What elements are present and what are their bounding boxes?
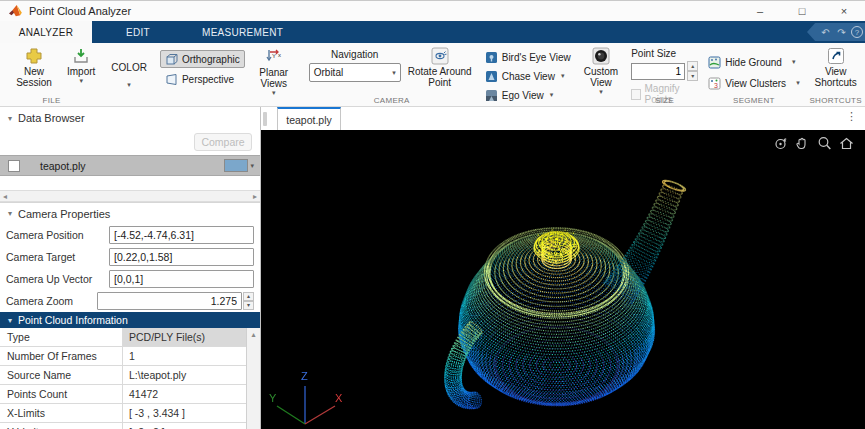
camera-target-row: Camera Target: [0, 246, 260, 268]
horizontal-scrollbar[interactable]: ◂ ▸: [0, 190, 260, 202]
item-checkbox[interactable]: [8, 160, 20, 172]
viewport-tab-teapot[interactable]: teapot.ply: [277, 107, 341, 130]
size-section-label: SIZE: [626, 96, 703, 105]
camera-target-input[interactable]: [109, 248, 254, 266]
table-row: Source Name L:\teapot.ply: [0, 366, 246, 385]
navigation-label: Navigation: [331, 49, 378, 60]
camera-zoom-input[interactable]: [97, 292, 242, 310]
view-clusters-icon: 3: [708, 77, 721, 90]
scroll-up-arrow-icon[interactable]: ▴: [251, 330, 255, 339]
panel-splitter-handle[interactable]: [263, 112, 267, 126]
file-section-label: FILE: [0, 96, 103, 105]
view-clusters-caret[interactable]: ▾: [796, 80, 800, 86]
chase-view-caret[interactable]: ▾: [561, 73, 565, 79]
tab-edit[interactable]: EDIT: [92, 21, 184, 43]
import-dropdown-caret[interactable]: ▾: [79, 78, 83, 84]
collapse-arrow-icon: ▾: [8, 316, 12, 325]
maximize-button[interactable]: □: [781, 1, 823, 21]
navigation-select[interactable]: Orbital ▾: [309, 63, 401, 82]
item-filename: teapot.ply: [40, 160, 86, 172]
hide-ground-button[interactable]: Hide Ground ▾: [708, 54, 799, 70]
minimize-button[interactable]: –: [739, 1, 781, 21]
tab-measurement[interactable]: MEASUREMENT: [184, 21, 301, 43]
point-cloud-canvas-area[interactable]: Z Y X: [261, 130, 865, 429]
import-button[interactable]: Import ▾: [64, 46, 98, 85]
vertical-scrollbar[interactable]: ▴ ▾: [246, 328, 260, 429]
camera-group: Navigation Orbital ▾ Rotate Around Point…: [304, 43, 480, 106]
camera-zoom-up-button[interactable]: ▴: [243, 292, 254, 301]
axes-triad: Z Y X: [265, 360, 347, 429]
point-size-spinner: ▴ ▾: [631, 61, 698, 81]
swatch-caret[interactable]: ▾: [250, 163, 254, 169]
data-browser-item-teapot[interactable]: teapot.ply ▾: [0, 155, 260, 176]
table-row: Points Count 41472: [0, 385, 246, 404]
table-row: Y-Limits [ -2 , 2 ]: [0, 423, 246, 429]
point-size-up-button[interactable]: ▴: [687, 61, 698, 71]
ego-view-button[interactable]: Ego View ▾: [485, 87, 571, 103]
ego-view-caret[interactable]: ▾: [550, 92, 554, 98]
import-icon: [72, 47, 90, 65]
svg-text:3: 3: [714, 82, 718, 89]
camera-position-input[interactable]: [109, 226, 254, 244]
chase-view-button[interactable]: Chase View ▾: [485, 68, 571, 84]
help-icon[interactable]: ?: [851, 26, 863, 38]
hide-ground-caret[interactable]: ▾: [792, 59, 796, 65]
file-group: New Session Import ▾ FILE: [0, 43, 103, 106]
new-session-button[interactable]: New Session: [8, 46, 60, 89]
ego-view-icon: [485, 89, 498, 102]
chase-view-icon: [485, 70, 498, 83]
camera-up-vector-input[interactable]: [109, 270, 254, 288]
custom-view-button[interactable]: Custom View ▾: [581, 46, 621, 96]
scroll-right-arrow-icon[interactable]: ▸: [253, 192, 257, 201]
point-cloud-analyzer-window: Point Cloud Analyzer – □ × ANALYZER EDIT…: [0, 0, 865, 429]
camera-position-row: Camera Position: [0, 224, 260, 246]
home-view-icon[interactable]: [838, 135, 855, 152]
view-clusters-button[interactable]: 3 View Clusters ▾: [708, 75, 799, 91]
tab-analyzer[interactable]: ANALYZER: [0, 21, 92, 43]
color-button[interactable]: COLOR ▾: [108, 46, 150, 89]
orthographic-button[interactable]: Orthographic: [160, 50, 245, 68]
x-axis-label: X: [335, 392, 343, 404]
shortcuts-group: View Shortcuts SHORTCUTS: [805, 43, 865, 106]
rotate-3d-icon[interactable]: [772, 135, 789, 152]
y-axis-label: Y: [269, 392, 277, 404]
camera-properties-header[interactable]: ▾ Camera Properties: [0, 202, 260, 224]
point-size-label: Point Size: [631, 48, 698, 59]
data-browser-header[interactable]: ▾ Data Browser: [0, 107, 260, 129]
viewport-toolbar: [772, 135, 855, 152]
zoom-magnifier-icon[interactable]: [816, 135, 833, 152]
compare-button[interactable]: Compare: [194, 133, 252, 151]
matlab-logo-icon: [8, 5, 22, 17]
point-size-input[interactable]: [631, 63, 685, 80]
collapse-arrow-icon: ▾: [8, 209, 12, 218]
tab-overflow-menu-icon[interactable]: ⋮: [846, 110, 857, 123]
rotate-around-point-icon: [431, 47, 449, 65]
camera-up-vector-row: Camera Up Vector: [0, 268, 260, 290]
view-shortcuts-button[interactable]: View Shortcuts: [810, 46, 862, 89]
orthographic-icon: [165, 53, 178, 66]
segment-section-label: SEGMENT: [703, 96, 804, 105]
rotate-around-point-button[interactable]: Rotate Around Point: [405, 46, 475, 89]
custom-view-group: Custom View ▾: [576, 43, 626, 106]
point-cloud-information-header[interactable]: ▾ Point Cloud Information: [0, 312, 260, 328]
size-group: Point Size ▴ ▾ Magnify Points SIZE: [626, 43, 703, 106]
birds-eye-view-button[interactable]: Bird's Eye View: [485, 49, 571, 65]
collapse-arrow-icon: ▾: [8, 114, 12, 123]
pan-hand-icon[interactable]: [794, 135, 811, 152]
close-button[interactable]: ×: [823, 1, 865, 21]
camera-zoom-row: Camera Zoom ▴ ▾: [0, 290, 260, 312]
teapot-point-cloud[interactable]: [261, 130, 864, 429]
undo-icon[interactable]: ↶: [819, 27, 832, 38]
quick-access-toolbar: ↶ ↷ ?: [807, 23, 865, 41]
camera-section-label: CAMERA: [304, 96, 480, 105]
color-swatch[interactable]: [224, 159, 248, 172]
viewport: teapot.ply ⋮: [261, 107, 865, 429]
planar-views-button[interactable]: Y x Planar Views ▾: [249, 46, 299, 97]
camera-zoom-down-button[interactable]: ▾: [243, 301, 254, 310]
point-size-down-button[interactable]: ▾: [687, 71, 698, 81]
scroll-left-arrow-icon[interactable]: ◂: [3, 192, 7, 201]
perspective-button[interactable]: Perspective: [160, 70, 245, 88]
color-group: COLOR ▾: [103, 43, 155, 106]
redo-icon[interactable]: ↷: [835, 27, 848, 38]
viewport-tab-strip: teapot.ply ⋮: [261, 107, 865, 130]
